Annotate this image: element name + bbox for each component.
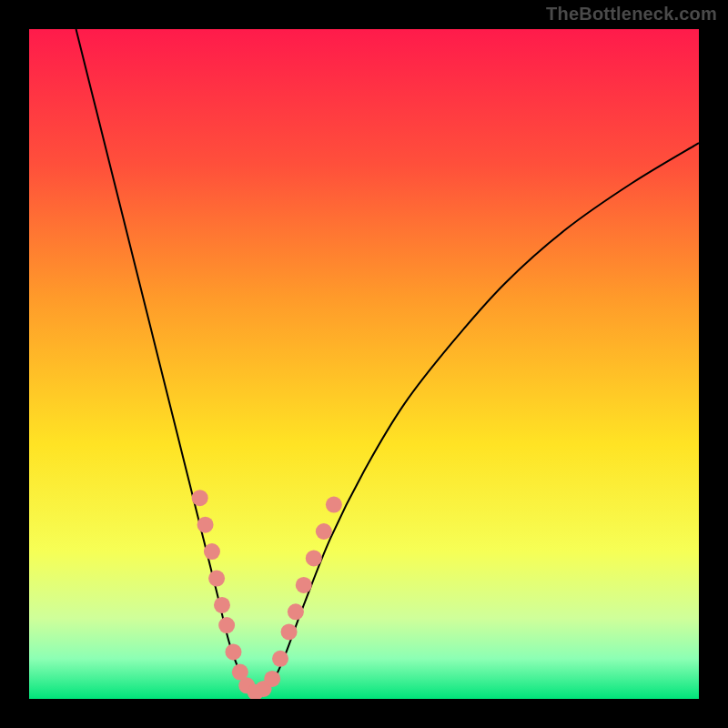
marker-dot bbox=[288, 603, 304, 620]
marker-dot bbox=[264, 671, 280, 687]
marker-dot bbox=[316, 523, 332, 540]
marker-dot bbox=[208, 571, 225, 587]
marker-dot bbox=[214, 597, 230, 613]
bottleneck-chart bbox=[29, 29, 699, 699]
marker-dot bbox=[218, 617, 235, 633]
marker-dot bbox=[306, 550, 322, 566]
watermark-text: TheBottleneck.com bbox=[546, 4, 717, 25]
marker-dot bbox=[204, 543, 220, 560]
chart-background bbox=[29, 29, 699, 699]
marker-dot bbox=[272, 651, 288, 667]
marker-dot bbox=[192, 490, 208, 506]
marker-dot bbox=[296, 577, 312, 593]
marker-dot bbox=[197, 517, 214, 533]
chart-frame: TheBottleneck.com bbox=[0, 0, 728, 728]
marker-dot bbox=[281, 623, 298, 640]
marker-dot bbox=[225, 643, 241, 660]
marker-dot bbox=[326, 497, 342, 513]
